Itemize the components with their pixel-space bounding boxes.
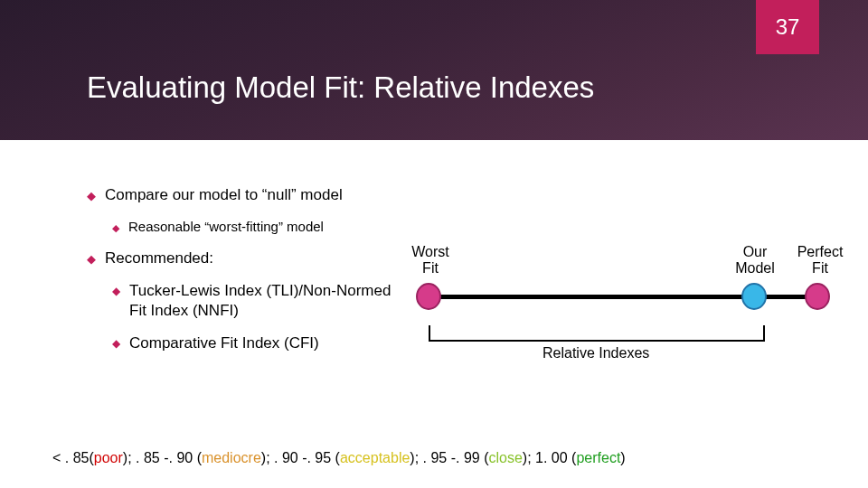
bullet-icon: ◆ <box>87 252 96 268</box>
perfect-fit-marker <box>805 283 830 310</box>
slide-header: 37 Evaluating Model Fit: Relative Indexe… <box>0 0 868 140</box>
scale-text: ); 1. 00 ( <box>523 450 577 465</box>
scale-text: < . 85( <box>52 450 94 465</box>
scale-close: close <box>488 450 522 465</box>
scale-text: ); . 85 -. 90 ( <box>123 450 202 465</box>
perfect-fit-label: Perfect Fit <box>793 244 847 277</box>
our-model-marker <box>741 283 767 310</box>
scale-perfect: perfect <box>576 450 620 465</box>
page-number: 37 <box>776 14 800 40</box>
bullet-text: Recommended: <box>105 249 213 268</box>
bullet-icon: ◆ <box>112 337 120 353</box>
scale-acceptable: acceptable <box>340 450 410 465</box>
fit-diagram: Worst Fit Our Model Perfect Fit Relative… <box>407 244 850 380</box>
list-item: ◆ Tucker-Lewis Index (TLI)/Non-Normed Fi… <box>112 281 394 321</box>
bullet-icon: ◆ <box>112 221 119 236</box>
worst-fit-marker <box>416 283 441 310</box>
bullet-text: Tucker-Lewis Index (TLI)/Non-Normed Fit … <box>129 281 394 321</box>
bullet-icon: ◆ <box>112 285 120 321</box>
bracket <box>429 325 765 342</box>
list-item: ◆ Recommended: <box>87 249 394 268</box>
list-item: ◆ Reasonable “worst-fitting” model <box>112 218 394 236</box>
scale-text: ); . 90 -. 95 ( <box>261 450 340 465</box>
bullet-icon: ◆ <box>87 189 96 205</box>
bullet-text: Reasonable “worst-fitting” model <box>128 218 324 236</box>
page-number-badge: 37 <box>756 0 819 54</box>
scale-poor: poor <box>94 450 123 465</box>
bullet-list: ◆ Compare our model to “null” model ◆ Re… <box>87 185 394 366</box>
list-item: ◆ Comparative Fit Index (CFI) <box>112 333 394 353</box>
bullet-text: Compare our model to “null” model <box>105 185 343 205</box>
slide-title: Evaluating Model Fit: Relative Indexes <box>87 70 594 105</box>
bullet-text: Comparative Fit Index (CFI) <box>129 333 319 353</box>
list-item: ◆ Compare our model to “null” model <box>87 185 394 205</box>
scale-text: ) <box>620 450 625 465</box>
bracket-label: Relative Indexes <box>542 345 649 361</box>
our-model-label: Our Model <box>728 244 782 277</box>
fit-scale-legend: < . 85(poor); . 85 -. 90 (mediocre); . 9… <box>52 450 626 466</box>
worst-fit-label: Worst Fit <box>403 244 458 277</box>
scale-mediocre: mediocre <box>202 450 261 465</box>
scale-text: ); . 95 -. 99 ( <box>410 450 488 465</box>
